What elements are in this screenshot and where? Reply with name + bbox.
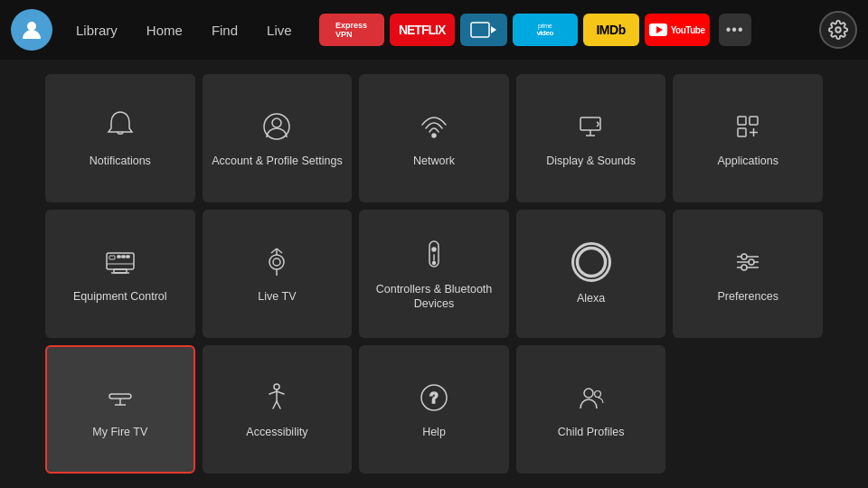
app-imdb[interactable]: IMDb (583, 14, 639, 46)
svg-point-26 (273, 258, 280, 266)
app-youtube[interactable]: YouTube (645, 14, 710, 46)
svg-rect-24 (127, 256, 129, 258)
person-circle-icon (259, 108, 295, 145)
notifications-label: Notifications (90, 154, 151, 168)
accessibility-label: Accessibility (246, 425, 307, 439)
grid-item-my-fire-tv[interactable]: My Fire TV (45, 345, 195, 474)
grid-item-accessibility[interactable]: Accessibility (203, 345, 353, 474)
accessibility-icon (259, 380, 295, 416)
grid-item-applications[interactable]: Applications (673, 74, 823, 202)
app-expressvpn[interactable]: ExpressVPN (319, 14, 384, 46)
controllers-bluetooth-label: Controllers & Bluetooth Devices (366, 282, 502, 312)
svg-rect-14 (738, 128, 746, 136)
nav-library[interactable]: Library (61, 15, 132, 45)
svg-point-8 (432, 134, 436, 137)
child-profiles-label: Child Profiles (558, 425, 625, 439)
grid-item-equipment-control[interactable]: Equipment Control (45, 210, 195, 338)
nav-find[interactable]: Find (197, 15, 252, 45)
account-profile-label: Account & Profile Settings (212, 154, 343, 168)
display-sound-icon (573, 108, 609, 145)
app-freevee[interactable] (460, 14, 507, 46)
equipment-control-label: Equipment Control (73, 289, 167, 304)
svg-point-25 (269, 255, 284, 269)
nav-live[interactable]: Live (252, 15, 307, 45)
child-profiles-icon (573, 380, 609, 416)
nav-more-button[interactable]: ••• (719, 14, 751, 46)
settings-main: Notifications Account & Profile Settings… (0, 60, 868, 488)
more-dots-icon: ••• (726, 22, 744, 38)
svg-point-7 (272, 118, 281, 127)
settings-button[interactable] (819, 11, 857, 49)
svg-rect-23 (122, 256, 125, 258)
sliders-icon (730, 244, 766, 280)
grid-item-alexa[interactable]: Alexa (516, 210, 666, 338)
svg-point-35 (741, 254, 747, 259)
app-netflix[interactable]: NETFLIX (390, 14, 455, 46)
app-primevideo[interactable]: prime video (513, 14, 578, 46)
antenna-icon (259, 244, 295, 280)
grid-item-notifications[interactable]: Notifications (45, 74, 195, 202)
display-sounds-label: Display & Sounds (546, 154, 636, 168)
svg-point-36 (749, 259, 754, 265)
svg-point-28 (432, 248, 436, 251)
help-label: Help (422, 425, 446, 439)
my-fire-tv-label: My Fire TV (92, 425, 147, 439)
grid-item-controllers-bluetooth[interactable]: Controllers & Bluetooth Devices (359, 210, 509, 338)
network-label: Network (413, 154, 455, 168)
top-nav: Library Home Find Live ExpressVPN NETFLI… (0, 0, 868, 60)
fire-tv-icon (102, 380, 138, 416)
svg-point-41 (274, 384, 279, 389)
remote-icon (416, 237, 452, 273)
nav-links: Library Home Find Live (61, 15, 307, 45)
svg-point-46 (594, 390, 600, 397)
user-avatar[interactable] (11, 9, 52, 51)
svg-rect-12 (738, 117, 746, 125)
applications-label: Applications (717, 154, 778, 168)
svg-text:?: ? (429, 390, 439, 406)
svg-point-5 (835, 27, 841, 33)
gear-icon (828, 20, 848, 40)
svg-point-37 (741, 265, 747, 270)
preferences-label: Preferences (717, 289, 778, 304)
svg-rect-9 (580, 117, 600, 130)
svg-point-31 (577, 248, 605, 276)
tv-monitor-icon (102, 244, 138, 280)
svg-rect-38 (109, 394, 131, 399)
svg-point-6 (264, 114, 289, 139)
svg-rect-22 (118, 256, 120, 258)
grid-item-network[interactable]: Network (359, 74, 509, 202)
svg-rect-21 (109, 256, 115, 259)
help-circle-icon: ? (416, 380, 452, 416)
alexa-icon (571, 242, 611, 282)
apps-grid-icon (730, 108, 766, 145)
grid-item-account-profile[interactable]: Account & Profile Settings (203, 74, 353, 202)
svg-rect-13 (750, 117, 758, 125)
bell-icon (102, 108, 138, 145)
nav-home[interactable]: Home (132, 15, 197, 45)
svg-marker-2 (491, 26, 496, 33)
svg-point-0 (27, 22, 36, 31)
grid-item-live-tv[interactable]: Live TV (203, 210, 353, 338)
grid-item-preferences[interactable]: Preferences (673, 210, 823, 338)
alexa-label: Alexa (577, 291, 605, 305)
settings-grid: Notifications Account & Profile Settings… (45, 74, 823, 474)
grid-item-child-profiles[interactable]: Child Profiles (516, 345, 666, 474)
nav-apps: ExpressVPN NETFLIX prime video IMDb (319, 14, 812, 46)
grid-item-help[interactable]: ? Help (359, 345, 509, 474)
grid-item-display-sounds[interactable]: Display & Sounds (516, 74, 666, 202)
wifi-icon (416, 108, 452, 145)
live-tv-label: Live TV (258, 289, 296, 304)
svg-point-45 (584, 389, 593, 398)
svg-point-30 (432, 261, 435, 264)
svg-rect-1 (471, 23, 489, 37)
